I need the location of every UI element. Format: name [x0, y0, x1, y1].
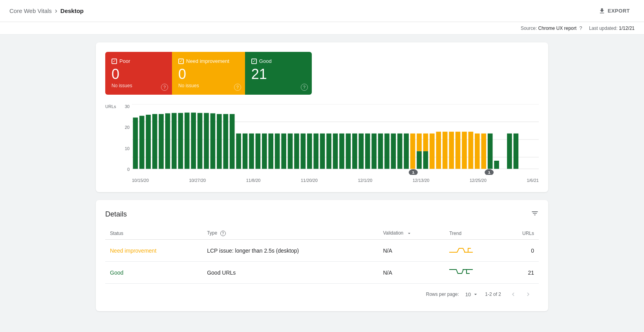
svg-rect-27 — [275, 134, 280, 169]
svg-rect-47 — [404, 134, 409, 169]
prev-page-button[interactable] — [507, 288, 519, 300]
status-tiles: Poor 0 No issues ? Need improvement 0 No… — [105, 52, 312, 95]
x-label-7: 12/25/20 — [470, 178, 487, 183]
table-row: Need improvement LCP issue: longer than … — [105, 240, 539, 262]
pagination-nav — [507, 288, 534, 300]
svg-rect-63 — [494, 161, 499, 169]
need-count: 0 — [178, 67, 229, 81]
svg-rect-26 — [268, 134, 273, 169]
breadcrumb-current: Desktop — [60, 7, 84, 14]
rows-per-page-select[interactable]: 10 — [465, 291, 479, 297]
urls-count-2: 21 — [502, 262, 539, 284]
svg-rect-35 — [326, 134, 331, 169]
breadcrumb-parent[interactable]: Core Web Vitals — [9, 7, 52, 14]
svg-rect-24 — [256, 134, 261, 169]
chart-container: URLs 30 20 10 0 — [105, 104, 539, 183]
export-button[interactable]: EXPORT — [594, 5, 635, 17]
details-card: Details Status Type ? Validation — [96, 200, 548, 311]
svg-rect-46 — [397, 134, 402, 169]
svg-rect-45 — [391, 134, 396, 169]
svg-rect-40 — [359, 134, 364, 169]
svg-rect-17 — [210, 113, 216, 169]
svg-rect-21 — [236, 134, 241, 169]
svg-rect-12 — [178, 113, 183, 169]
breadcrumb-separator: › — [55, 7, 57, 15]
x-label-5: 12/1/20 — [358, 178, 372, 183]
svg-rect-65 — [514, 134, 519, 169]
x-label-4: 11/20/20 — [301, 178, 318, 183]
poor-sublabel: No issues — [112, 83, 156, 88]
y-tick-30: 30 — [121, 104, 130, 109]
last-updated-prefix: Last updated: — [589, 26, 619, 31]
x-label-2: 10/27/20 — [189, 178, 206, 183]
need-info-icon[interactable]: ? — [234, 84, 241, 91]
svg-rect-37 — [339, 134, 344, 169]
trend-svg-good — [449, 267, 473, 277]
pagination-range: 1-2 of 2 — [485, 292, 501, 297]
svg-rect-64 — [507, 134, 512, 169]
col-type: Type ? — [202, 227, 378, 240]
status-good[interactable]: Good — [110, 270, 123, 276]
svg-rect-25 — [262, 134, 267, 169]
svg-rect-23 — [249, 134, 254, 169]
filter-icon[interactable] — [531, 209, 539, 219]
svg-rect-56 — [449, 132, 454, 169]
good-count: 21 — [251, 67, 296, 81]
next-page-button[interactable] — [522, 288, 534, 300]
details-header: Details — [105, 209, 539, 219]
validation-na-1: N/A — [378, 240, 445, 262]
col-validation[interactable]: Validation — [378, 227, 445, 240]
svg-rect-16 — [204, 113, 209, 169]
svg-rect-7 — [146, 115, 151, 169]
svg-rect-62 — [488, 134, 493, 169]
type-good-urls: Good URLs — [202, 262, 378, 284]
svg-rect-5 — [133, 117, 138, 169]
source-name: Chrome UX report — [538, 26, 576, 31]
x-label-3: 11/8/20 — [246, 178, 261, 183]
main-content: Poor 0 No issues ? Need improvement 0 No… — [86, 35, 558, 327]
y-tick-0: 0 — [121, 167, 130, 172]
svg-rect-20 — [230, 114, 235, 169]
y-tick-20: 20 — [121, 125, 130, 130]
details-table: Status Type ? Validation Trend — [105, 227, 539, 284]
svg-rect-58 — [462, 132, 467, 169]
poor-info-icon[interactable]: ? — [161, 84, 168, 91]
tile-good[interactable]: Good 21 ? — [245, 52, 312, 95]
svg-rect-49 — [417, 151, 422, 169]
type-help-icon[interactable]: ? — [220, 231, 226, 236]
need-label: Need improvement — [186, 58, 229, 64]
svg-rect-14 — [191, 113, 196, 169]
poor-label: Poor — [119, 58, 130, 64]
trend-sparkline-1 — [445, 240, 502, 262]
need-checkbox-icon — [178, 59, 184, 64]
col-trend: Trend — [445, 227, 502, 240]
x-label-1: 10/15/20 — [132, 178, 149, 183]
details-title: Details — [105, 210, 127, 218]
tile-poor[interactable]: Poor 0 No issues ? — [105, 52, 172, 95]
svg-rect-42 — [371, 134, 377, 169]
svg-rect-11 — [172, 113, 177, 169]
svg-rect-53 — [430, 134, 435, 169]
svg-text:1: 1 — [488, 171, 490, 174]
poor-count: 0 — [112, 67, 156, 81]
status-need-improvement[interactable]: Need improvement — [110, 248, 156, 254]
info-icon[interactable]: ? — [579, 25, 582, 31]
svg-rect-48 — [410, 134, 415, 169]
svg-rect-22 — [243, 134, 248, 169]
svg-rect-52 — [423, 134, 428, 151]
table-row: Good Good URLs N/A 21 — [105, 262, 539, 284]
svg-rect-30 — [294, 134, 299, 169]
svg-rect-51 — [423, 151, 428, 169]
rows-per-page-label: Rows per page: — [426, 292, 459, 297]
svg-rect-28 — [281, 134, 286, 169]
svg-rect-43 — [378, 134, 383, 169]
good-info-icon[interactable]: ? — [301, 84, 308, 91]
svg-rect-39 — [352, 134, 357, 169]
chart-x-labels: 10/15/20 10/27/20 11/8/20 11/20/20 12/1/… — [132, 175, 539, 183]
type-lcp: LCP issue: longer than 2.5s (desktop) — [202, 240, 378, 262]
download-icon — [598, 7, 606, 15]
svg-rect-59 — [468, 132, 474, 169]
svg-text:1: 1 — [412, 171, 415, 174]
svg-rect-61 — [481, 134, 486, 169]
tile-need-improvement[interactable]: Need improvement 0 No issues ? — [172, 52, 245, 95]
